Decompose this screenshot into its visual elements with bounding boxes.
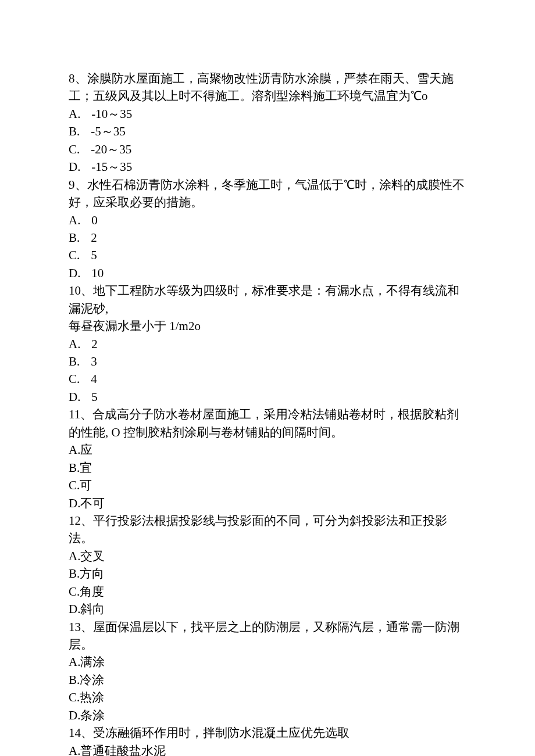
question-text: 水性石棉沥青防水涂料，冬季施工时，气温低于℃时，涂料的成膜性不好，应采取必要的措… [69, 178, 465, 209]
option-label: C. [69, 370, 80, 388]
question-text: 涂膜防水屋面施工，高聚物改性沥青防水涂膜，严禁在雨天、雪天施工；五级风及其以上时… [69, 71, 454, 103]
option-d: D.不可 [69, 495, 466, 512]
option-text: 应 [80, 443, 92, 457]
option-label: C. [69, 246, 80, 264]
option-d: D.10 [69, 264, 466, 282]
option-text: -15～35 [91, 160, 132, 174]
option-label: D. [69, 388, 80, 406]
option-label: A. [69, 212, 80, 229]
option-c: C.-20～35 [69, 141, 466, 158]
option-c: C.5 [69, 246, 466, 264]
option-label: D. [69, 158, 80, 175]
option-label: A. [69, 742, 80, 756]
question-stem: 11、合成高分子防水卷材屋面施工，采用冷粘法铺贴卷材时，根据胶粘剂的性能, O … [69, 406, 466, 441]
question-stem: 13、屋面保温层以下，找平层之上的防潮层，又称隔汽层，通常需一防潮层。 [69, 618, 466, 654]
option-text: 方向 [80, 567, 104, 581]
question-stem: 10、地下工程防水等级为四级时，标准要求是：有漏水点，不得有线流和漏泥砂, [69, 282, 466, 317]
question-text: 地下工程防水等级为四级时，标准要求是：有漏水点，不得有线流和漏泥砂, [69, 284, 459, 315]
question-text: 屋面保温层以下，找平层之上的防潮层，又称隔汽层，通常需一防潮层。 [69, 620, 459, 651]
question-number: 10、 [69, 284, 93, 298]
option-a: A.应 [69, 441, 466, 458]
document-page: 8、涂膜防水屋面施工，高聚物改性沥青防水涂膜，严禁在雨天、雪天施工；五级风及其以… [0, 0, 535, 756]
option-a: A.0 [69, 212, 466, 229]
option-label: C. [69, 583, 80, 600]
option-label: A. [69, 653, 80, 671]
option-c: C.角度 [69, 583, 466, 600]
option-text: 冷涂 [80, 673, 104, 687]
option-c: C.4 [69, 370, 466, 388]
option-label: A. [69, 335, 80, 353]
question-number: 12、 [69, 514, 93, 528]
question-text: 受冻融循环作用时，拌制防水混凝土应优先选取 [93, 726, 349, 740]
option-label: C. [69, 689, 80, 706]
option-label: B. [69, 671, 80, 689]
option-label: D. [69, 600, 80, 618]
option-text: 普通硅酸盐水泥 [80, 744, 166, 756]
option-text: -20～35 [91, 142, 131, 156]
option-label: D. [69, 707, 80, 724]
option-label: B. [69, 229, 80, 246]
question-number: 13、 [69, 620, 93, 634]
option-text: 0 [91, 213, 98, 227]
option-label: C. [69, 476, 80, 494]
option-text: 4 [91, 372, 97, 386]
option-text: 可 [80, 478, 92, 492]
option-text: 交叉 [80, 549, 105, 563]
option-b: B.3 [69, 353, 466, 370]
option-label: B. [69, 123, 80, 140]
option-text: 3 [91, 354, 97, 368]
option-d: D.-15～35 [69, 158, 466, 175]
question-number: 14、 [69, 726, 93, 740]
question-text: 合成高分子防水卷材屋面施工，采用冷粘法铺贴卷材时，根据胶粘剂的性能, O 控制胶… [69, 407, 459, 439]
option-text: -10～35 [91, 107, 132, 121]
option-text: 5 [91, 248, 97, 262]
question-text: 平行投影法根据投影线与投影面的不同，可分为斜投影法和正投影法。 [69, 514, 447, 545]
option-text: 2 [91, 231, 97, 245]
option-text: 条涂 [80, 708, 105, 722]
option-a: A.2 [69, 335, 466, 353]
option-text: -5～35 [91, 124, 126, 138]
option-a: A.交叉 [69, 547, 466, 565]
option-b: B.-5～35 [69, 123, 466, 140]
question-number: 8、 [69, 71, 87, 85]
option-b: B.冷涂 [69, 671, 466, 689]
option-text: 10 [91, 266, 104, 280]
option-text: 宜 [80, 461, 92, 475]
option-label: B. [69, 459, 80, 476]
option-text: 热涂 [80, 690, 104, 704]
option-b: B.宜 [69, 459, 466, 476]
option-text: 2 [91, 337, 98, 351]
question-stem: 9、水性石棉沥青防水涂料，冬季施工时，气温低于℃时，涂料的成膜性不好，应采取必要… [69, 176, 466, 212]
question-stem: 8、涂膜防水屋面施工，高聚物改性沥青防水涂膜，严禁在雨天、雪天施工；五级风及其以… [69, 70, 466, 105]
option-text: 满涂 [80, 655, 105, 669]
option-label: D. [69, 264, 80, 282]
question-stem: 12、平行投影法根据投影线与投影面的不同，可分为斜投影法和正投影法。 [69, 512, 466, 547]
option-label: A. [69, 441, 80, 458]
option-d: D.斜向 [69, 600, 466, 618]
option-label: A. [69, 547, 80, 565]
option-b: B.方向 [69, 565, 466, 582]
option-a: A.普通硅酸盐水泥 [69, 742, 466, 756]
option-label: C. [69, 141, 80, 158]
option-a: A.-10～35 [69, 105, 466, 123]
option-label: B. [69, 565, 80, 582]
option-text: 不可 [80, 496, 105, 510]
option-b: B.2 [69, 229, 466, 246]
question-extra: 每昼夜漏水量小于 1/m2o [69, 317, 466, 335]
option-label: D. [69, 495, 80, 512]
question-number: 11、 [69, 407, 92, 421]
option-c: C.可 [69, 476, 466, 494]
option-a: A.满涂 [69, 653, 466, 671]
option-text: 角度 [80, 585, 104, 599]
option-c: C.热涂 [69, 689, 466, 706]
option-d: D.5 [69, 388, 466, 406]
option-text: 5 [91, 390, 98, 404]
question-stem: 14、受冻融循环作用时，拌制防水混凝土应优先选取 [69, 724, 466, 741]
option-label: A. [69, 105, 80, 123]
option-d: D.条涂 [69, 707, 466, 724]
option-label: B. [69, 353, 80, 370]
question-number: 9、 [69, 178, 87, 192]
option-text: 斜向 [80, 602, 105, 616]
